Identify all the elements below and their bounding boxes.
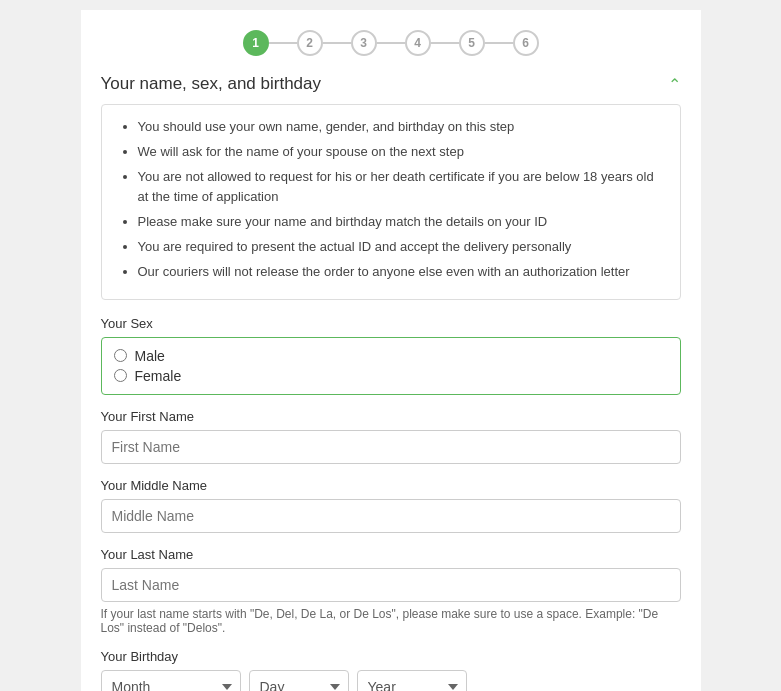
sex-female-option[interactable]: Female xyxy=(114,368,668,384)
last-name-group: Your Last Name If your last name starts … xyxy=(101,547,681,635)
info-box: You should use your own name, gender, an… xyxy=(101,104,681,300)
step-line-1 xyxy=(269,42,297,44)
info-list: You should use your own name, gender, an… xyxy=(122,117,666,283)
birthday-month-select[interactable]: Month JanuaryFebruaryMarch AprilMayJune … xyxy=(101,670,241,691)
last-name-label: Your Last Name xyxy=(101,547,681,562)
first-name-label: Your First Name xyxy=(101,409,681,424)
birthday-day-select[interactable]: Day for(let i=1;i<=31;i++) document.writ… xyxy=(249,670,349,691)
step-3[interactable]: 3 xyxy=(351,30,377,56)
section-header: Your name, sex, and birthday ⌃ xyxy=(81,74,701,104)
sex-field-group: Your Sex Male Female xyxy=(101,316,681,395)
step-line-3 xyxy=(377,42,405,44)
last-name-hint: If your last name starts with "De, Del, … xyxy=(101,607,681,635)
birthday-label: Your Birthday xyxy=(101,649,681,664)
stepper: 1 2 3 4 5 6 xyxy=(81,30,701,56)
middle-name-group: Your Middle Name xyxy=(101,478,681,533)
sex-male-option[interactable]: Male xyxy=(114,348,668,364)
first-name-group: Your First Name xyxy=(101,409,681,464)
sex-label: Your Sex xyxy=(101,316,681,331)
info-item-4: Please make sure your name and birthday … xyxy=(138,212,666,233)
step-line-4 xyxy=(431,42,459,44)
middle-name-input[interactable] xyxy=(101,499,681,533)
middle-name-label: Your Middle Name xyxy=(101,478,681,493)
step-1[interactable]: 1 xyxy=(243,30,269,56)
step-line-2 xyxy=(323,42,351,44)
step-2[interactable]: 2 xyxy=(297,30,323,56)
sex-radio-group: Male Female xyxy=(101,337,681,395)
step-4[interactable]: 4 xyxy=(405,30,431,56)
step-line-5 xyxy=(485,42,513,44)
collapse-icon[interactable]: ⌃ xyxy=(668,75,681,94)
sex-male-radio[interactable] xyxy=(114,349,127,362)
page-container: 1 2 3 4 5 6 Your name, sex, and birthday… xyxy=(81,10,701,691)
sex-male-label: Male xyxy=(135,348,165,364)
info-item-6: Our couriers will not release the order … xyxy=(138,262,666,283)
last-name-input[interactable] xyxy=(101,568,681,602)
sex-female-radio[interactable] xyxy=(114,369,127,382)
step-6[interactable]: 6 xyxy=(513,30,539,56)
sex-female-label: Female xyxy=(135,368,182,384)
info-item-1: You should use your own name, gender, an… xyxy=(138,117,666,138)
birthday-year-select[interactable]: Year for(let y=new Date().getFullYear();… xyxy=(357,670,467,691)
first-name-input[interactable] xyxy=(101,430,681,464)
info-item-2: We will ask for the name of your spouse … xyxy=(138,142,666,163)
birthday-group: Your Birthday Month JanuaryFebruaryMarch… xyxy=(101,649,681,691)
info-item-3: You are not allowed to request for his o… xyxy=(138,167,666,209)
birthday-row: Month JanuaryFebruaryMarch AprilMayJune … xyxy=(101,670,681,691)
step-5[interactable]: 5 xyxy=(459,30,485,56)
info-item-5: You are required to present the actual I… xyxy=(138,237,666,258)
section-title: Your name, sex, and birthday xyxy=(101,74,322,94)
